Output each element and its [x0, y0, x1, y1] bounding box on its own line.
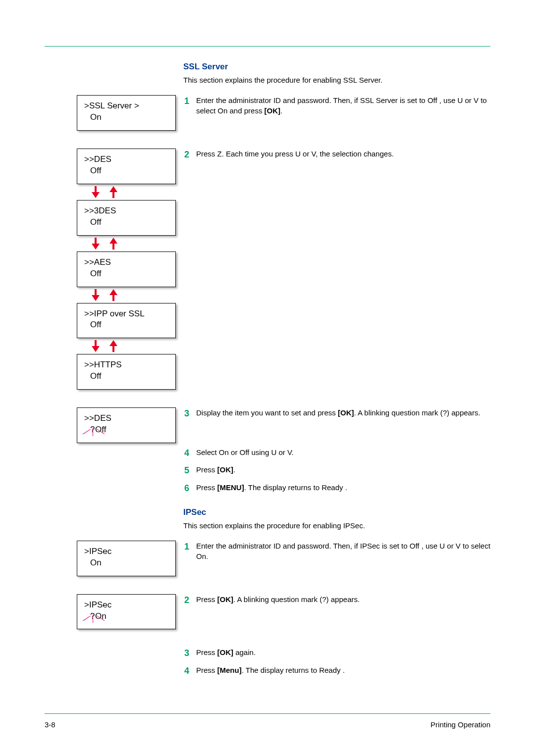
lcd-line2: ? ╱│╲ On — [84, 611, 168, 622]
arrow-down-icon — [92, 186, 100, 198]
step-number: 3 — [183, 407, 189, 420]
ipsec-step-1: 1 Enter the administrator ID and passwor… — [183, 541, 490, 561]
step-number: 6 — [183, 482, 189, 495]
step-text: Press Z. Each time you press U or V, the… — [196, 149, 490, 159]
step-text: Press [OK] again. — [196, 647, 490, 657]
ssl-step-4: 4 Select On or Off using U or V. — [183, 447, 490, 459]
arrow-up-icon — [109, 238, 117, 250]
ssl-server-heading: SSL Server — [183, 62, 490, 72]
nav-arrows — [92, 340, 183, 352]
rule-bottom — [45, 713, 490, 714]
arrow-up-icon — [109, 289, 117, 301]
lcd-line2: Off — [84, 165, 168, 177]
lcd-ipsec-question: >IPSec ? ╱│╲ On — [77, 594, 176, 630]
arrow-down-icon — [92, 289, 100, 301]
lcd-line2: On — [84, 112, 168, 123]
step-number: 1 — [183, 541, 189, 553]
step-text: Press [OK]. A blinking question mark (?)… — [196, 594, 490, 605]
lcd-des: >>DES Off — [77, 149, 176, 184]
lcd-ipp-over-ssl: >>IPP over SSL Off — [77, 303, 176, 339]
ipsec-step-2: 2 Press [OK]. A blinking question mark (… — [183, 594, 490, 606]
step-number: 2 — [183, 594, 189, 606]
arrow-down-icon — [92, 340, 100, 352]
lcd-line1: >SSL Server > — [84, 101, 168, 112]
page-number: 3-8 — [45, 720, 55, 729]
ssl-step-1: 1 Enter the administrator ID and passwor… — [183, 95, 490, 116]
blink-rays-icon: ╱│╲ — [85, 430, 102, 434]
lcd-line1: >>AES — [84, 257, 168, 268]
lcd-line1: >>HTTPS — [84, 359, 168, 371]
ipsec-step-4: 4 Press [Menu]. The display returns to R… — [183, 665, 490, 677]
footer-title: Printing Operation — [430, 720, 490, 729]
ssl-step-3: 3 Display the item you want to set and p… — [183, 407, 490, 420]
lcd-line2: Off — [84, 268, 168, 280]
step-text: Display the item you want to set and pre… — [196, 407, 490, 418]
lcd-line1: >>IPP over SSL — [84, 308, 168, 320]
lcd-line1: >>DES — [84, 413, 168, 424]
ipsec-heading: IPSec — [183, 507, 490, 517]
lcd-line2: Off — [84, 371, 168, 382]
nav-arrows — [92, 289, 183, 301]
lcd-3des: >>3DES Off — [77, 200, 176, 236]
lcd-ssl-server: >SSL Server > On — [77, 95, 176, 131]
nav-arrows — [92, 238, 183, 250]
lcd-line2: Off — [84, 319, 168, 331]
lcd-https: >>HTTPS Off — [77, 354, 176, 390]
lcd-ipsec: >IPSec On — [77, 541, 176, 576]
step-text: Enter the administrator ID and password.… — [196, 541, 490, 561]
step-text: Press [MENU]. The display returns to Rea… — [196, 482, 490, 493]
lcd-aes: >>AES Off — [77, 252, 176, 287]
step-number: 4 — [183, 447, 189, 459]
step-number: 2 — [183, 149, 189, 161]
lcd-line1: >>DES — [84, 154, 168, 165]
step-text: Press [OK]. — [196, 464, 490, 475]
lcd-line2: ? ╱│╲ Off — [84, 424, 168, 436]
step-text: Press [Menu]. The display returns to Rea… — [196, 665, 490, 675]
arrow-down-icon — [92, 238, 100, 250]
ssl-step-2: 2 Press Z. Each time you press U or V, t… — [183, 149, 490, 161]
step-number: 1 — [183, 95, 189, 107]
ssl-step-6: 6 Press [MENU]. The display returns to R… — [183, 482, 490, 495]
ssl-step-5: 5 Press [OK]. — [183, 464, 490, 477]
arrow-up-icon — [109, 186, 117, 198]
nav-arrows — [92, 186, 183, 198]
blink-rays-icon: ╱│╲ — [85, 617, 102, 620]
step-number: 5 — [183, 464, 189, 477]
lcd-line2: On — [84, 557, 168, 569]
step-text: Select On or Off using U or V. — [196, 447, 490, 457]
step-number: 3 — [183, 647, 189, 659]
page-content: SSL Server This section explains the pro… — [45, 62, 490, 706]
rule-top — [45, 46, 490, 47]
step-number: 4 — [183, 665, 189, 677]
arrow-up-icon — [109, 340, 117, 352]
ipsec-intro: This section explains the procedure for … — [183, 520, 490, 531]
lcd-line1: >IPSec — [84, 600, 168, 611]
ipsec-step-3: 3 Press [OK] again. — [183, 647, 490, 659]
ssl-server-intro: This section explains the procedure for … — [183, 75, 490, 85]
step-text: Enter the administrator ID and password.… — [196, 95, 490, 116]
lcd-line1: >IPSec — [84, 546, 168, 557]
lcd-line2: Off — [84, 217, 168, 228]
lcd-line1: >>3DES — [84, 205, 168, 217]
lcd-des-question: >>DES ? ╱│╲ Off — [77, 407, 176, 443]
